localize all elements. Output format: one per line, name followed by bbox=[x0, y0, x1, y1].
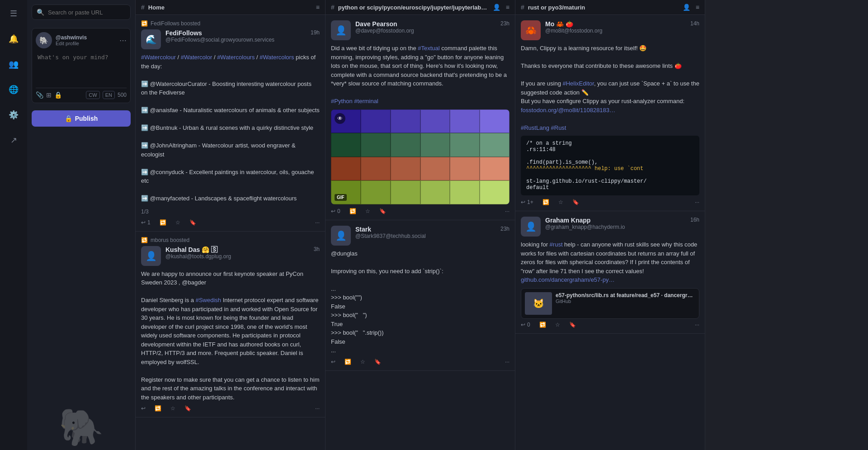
sidebar: 🔍 🐘 @ashwinvis Edit profile ⋯ 📎 ⊞ 🔒 CW E… bbox=[27, 0, 136, 450]
search-input[interactable] bbox=[48, 9, 126, 16]
boost-action-dave[interactable]: 🔁 bbox=[349, 208, 356, 214]
post-header-mo: 🦀 Mo 🦀 🍅 @mo8it@fosstodon.org 14h bbox=[521, 20, 699, 40]
star-action[interactable]: ☆ bbox=[175, 219, 180, 226]
post-meta-stark: Stark @Stark9837@techhub.social 23h bbox=[355, 226, 509, 239]
column-scroll-rust[interactable]: 🦀 Mo 🦀 🍅 @mo8it@fosstodon.org 14h Damn, … bbox=[515, 15, 705, 450]
more-action-dave[interactable]: ··· bbox=[505, 208, 509, 214]
post-header-stark: 👤 Stark @Stark9837@techhub.social 23h bbox=[331, 226, 509, 246]
more-action-mo[interactable]: ··· bbox=[695, 199, 699, 205]
bookmark-action-2[interactable]: 🔖 bbox=[184, 405, 191, 412]
attachment-icon[interactable]: 📎 bbox=[36, 91, 43, 99]
reply-action[interactable]: ↩ 1 bbox=[141, 219, 151, 226]
post-fedifollows: 🔁 FediFollows boosted 🌊 FediFollows @Fed… bbox=[136, 15, 325, 232]
star-action-stark[interactable]: ☆ bbox=[360, 359, 365, 365]
post-mo: 🦀 Mo 🦀 🍅 @mo8it@fosstodon.org 14h Damn, … bbox=[515, 15, 705, 211]
bookmark-action[interactable]: 🔖 bbox=[189, 219, 196, 226]
post-body-stark: @dunglas Improving on this, you need to … bbox=[331, 249, 509, 355]
more-action-2[interactable]: ··· bbox=[315, 405, 320, 412]
user-more-button[interactable]: ⋯ bbox=[119, 36, 127, 45]
nav-community-icon[interactable]: 👥 bbox=[5, 56, 22, 72]
column-scroll-home[interactable]: 🔁 FediFollows boosted 🌊 FediFollows @Fed… bbox=[136, 15, 325, 450]
post-meta-graham: Graham Knapp @graham_knapp@hachyderm.io … bbox=[545, 217, 699, 230]
column-title-rust: rust or pyo3/maturin bbox=[528, 4, 677, 11]
nav-settings-icon[interactable]: ⚙️ bbox=[5, 107, 22, 123]
post-avatar-2: 👤 bbox=[141, 246, 161, 266]
reply-action-graham[interactable]: ↩ 0 bbox=[521, 322, 530, 328]
star-action-mo[interactable]: ☆ bbox=[558, 199, 563, 205]
bookmark-action-mo[interactable]: 🔖 bbox=[572, 199, 579, 205]
post-name-graham: Graham Knapp bbox=[545, 217, 625, 224]
user-row: 🐘 @ashwinvis Edit profile ⋯ bbox=[36, 32, 127, 48]
star-action-dave[interactable]: ☆ bbox=[365, 208, 370, 214]
column-title-home: Home bbox=[148, 4, 311, 11]
column-settings-icon-rust[interactable]: ≡ bbox=[696, 4, 699, 11]
bookmark-action-stark[interactable]: 🔖 bbox=[374, 359, 381, 365]
code-block-mo: /* on a string .rs:11:48 .find(part).is_… bbox=[521, 136, 699, 195]
more-action-graham[interactable]: ··· bbox=[695, 322, 699, 328]
page-indicator: 1/3 bbox=[141, 207, 320, 217]
more-action-stark[interactable]: ··· bbox=[505, 359, 509, 365]
column-users-icon-python[interactable]: 👤 bbox=[493, 4, 500, 11]
post-avatar: 🌊 bbox=[141, 29, 161, 49]
reply-action-mo[interactable]: ↩ 1+ bbox=[521, 199, 533, 205]
post-name-mo: Mo 🦀 🍅 bbox=[545, 20, 602, 28]
post-time-stark: 23h bbox=[500, 226, 509, 232]
boost-action-mo[interactable]: 🔁 bbox=[542, 199, 549, 205]
nav-share-icon[interactable]: ↗ bbox=[5, 132, 22, 148]
post-header-graham: 👤 Graham Knapp @graham_knapp@hachyderm.i… bbox=[521, 217, 699, 237]
post-avatar-dave: 👤 bbox=[331, 20, 351, 40]
edit-profile-link[interactable]: Edit profile bbox=[56, 41, 116, 46]
compose-area: 🐘 @ashwinvis Edit profile ⋯ 📎 ⊞ 🔒 CW EN … bbox=[32, 28, 131, 103]
gif-badge: GIF bbox=[335, 194, 347, 201]
nav-menu-icon[interactable]: ☰ bbox=[5, 5, 22, 22]
lock-publish-icon: 🔒 bbox=[65, 115, 72, 122]
post-handle-graham: @graham_knapp@hachyderm.io bbox=[545, 224, 625, 230]
post-time-graham: 16h bbox=[690, 217, 699, 223]
cw-button[interactable]: CW bbox=[86, 91, 99, 99]
column-title-python: python or scipy/pycon/euroscipy/jupyter/… bbox=[338, 4, 487, 11]
link-card-title: e57-python/src/lib.rs at feature/read_e5… bbox=[556, 292, 695, 298]
post-name-stark: Stark bbox=[355, 226, 426, 233]
lock-icon[interactable]: 🔒 bbox=[54, 91, 62, 99]
column-header-home: # Home ≡ bbox=[136, 0, 325, 15]
publish-button[interactable]: 🔒 Publish bbox=[32, 110, 131, 127]
nav-notifications-icon[interactable]: 🔔 bbox=[5, 31, 22, 47]
post-avatar-stark: 👤 bbox=[331, 226, 351, 246]
star-action-graham[interactable]: ☆ bbox=[555, 322, 560, 328]
link-card-graham[interactable]: 🐱 e57-python/src/lib.rs at feature/read_… bbox=[521, 288, 699, 319]
boost-action-stark[interactable]: 🔁 bbox=[344, 359, 351, 365]
table-icon[interactable]: ⊞ bbox=[46, 91, 52, 99]
column-users-icon-rust[interactable]: 👤 bbox=[683, 4, 690, 11]
nav-explore-icon[interactable]: 🌐 bbox=[5, 81, 22, 98]
column-header-python: # python or scipy/pycon/euroscipy/jupyte… bbox=[326, 0, 515, 15]
post-meta-dave: Dave Pearson @davep@fosstodon.org 23h bbox=[355, 20, 509, 34]
search-box: 🔍 bbox=[32, 5, 131, 20]
reply-action-stark[interactable]: ↩ bbox=[331, 359, 335, 365]
compose-toolbar: 📎 ⊞ 🔒 CW EN 500 bbox=[36, 88, 127, 99]
post-meta: FediFollows @FediFollows@social.growyour… bbox=[165, 29, 320, 43]
column-scroll-python[interactable]: 👤 Dave Pearson @davep@fosstodon.org 23h … bbox=[326, 15, 515, 450]
column-home: # Home ≡ 🔁 FediFollows boosted 🌊 FediFol… bbox=[136, 0, 326, 450]
link-card-thumbnail: 🐱 bbox=[525, 292, 552, 315]
view-icon: 👁 bbox=[335, 113, 345, 124]
boost-action-2[interactable]: 🔁 bbox=[155, 405, 161, 412]
column-header-rust: # rust or pyo3/maturin 👤 ≡ bbox=[515, 0, 705, 15]
boost-action-graham[interactable]: 🔁 bbox=[539, 322, 546, 328]
more-action[interactable]: ··· bbox=[315, 219, 320, 226]
post-handle-dave: @davep@fosstodon.org bbox=[355, 28, 414, 34]
column-settings-icon[interactable]: ≡ bbox=[316, 4, 320, 11]
bookmark-action-dave[interactable]: 🔖 bbox=[379, 208, 386, 214]
compose-textarea[interactable] bbox=[36, 52, 127, 84]
python-hash-icon: # bbox=[331, 4, 335, 11]
post-header-2: 👤 Kushal Das 🤗 🇸 @kushal@toots.dgplug.or… bbox=[141, 246, 320, 266]
reply-action-dave[interactable]: ↩ 0 bbox=[331, 208, 340, 214]
column-settings-icon-python[interactable]: ≡ bbox=[506, 4, 509, 11]
reply-action-2[interactable]: ↩ bbox=[141, 405, 146, 412]
en-button[interactable]: EN bbox=[103, 91, 115, 99]
boost-action[interactable]: 🔁 bbox=[160, 219, 166, 226]
star-action-2[interactable]: ☆ bbox=[170, 405, 175, 412]
post-body-dave: Did a wee bit of tidying up on the #Text… bbox=[331, 44, 509, 106]
rust-hash-icon: # bbox=[521, 4, 524, 11]
bookmark-action-graham[interactable]: 🔖 bbox=[569, 322, 576, 328]
post-image-gif[interactable]: 👁 GIF bbox=[331, 109, 509, 204]
